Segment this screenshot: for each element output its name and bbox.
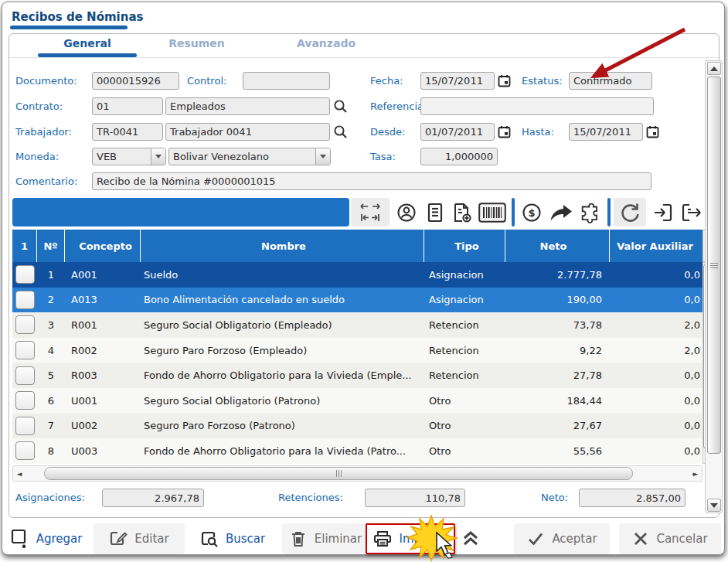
tab-general[interactable]: General <box>38 37 137 57</box>
moneda-code-select[interactable]: VEB <box>92 148 166 165</box>
trabajador-code-field[interactable]: TR-0041 <box>92 123 163 141</box>
cell-valor-auxiliar: 2,0 <box>610 319 702 331</box>
table-row[interactable]: 5 R003 Fondo de Ahorro Obligatorio para … <box>12 363 702 388</box>
row-selector[interactable] <box>15 417 35 435</box>
cell-nombre: Seguro Social Obligatorio (Empleado) <box>141 319 424 331</box>
scroll-right-icon[interactable]: ► <box>689 466 702 481</box>
cell-neto: 184,44 <box>505 395 610 407</box>
cell-numero: 6 <box>37 395 65 407</box>
aceptar-button[interactable]: Aceptar <box>514 523 610 554</box>
cell-tipo: Retencion <box>424 345 505 356</box>
row-selector[interactable] <box>15 391 35 410</box>
cell-tipo: Asignacion <box>424 269 505 281</box>
eliminar-button[interactable]: Eliminar <box>282 523 369 554</box>
cell-tipo: Otro <box>424 445 505 457</box>
agregar-label: Agregar <box>36 532 83 546</box>
table-row[interactable]: 8 U003 Fondo de Ahorro Obligatorio para … <box>12 438 702 464</box>
collapse-chevrons-icon[interactable] <box>457 523 485 554</box>
buscar-button[interactable]: Buscar <box>194 523 271 554</box>
row-selector[interactable] <box>15 341 35 359</box>
scroll-down-icon[interactable] <box>707 499 721 512</box>
hasta-label: Hasta: <box>522 126 554 138</box>
trabajador-search-icon[interactable] <box>332 123 348 140</box>
cell-neto: 2.777,78 <box>505 269 610 281</box>
cell-numero: 5 <box>37 370 65 381</box>
window-title: Recibos de Nóminas <box>12 10 143 24</box>
window-vertical-scrollbar[interactable] <box>705 60 723 513</box>
cell-valor-auxiliar: 0,0 <box>610 395 702 407</box>
tab-resumen[interactable]: Resumen <box>148 37 245 57</box>
desde-field[interactable]: 01/07/2011 <box>420 123 495 141</box>
moneda-code-dropdown-icon[interactable] <box>151 148 165 165</box>
table-row[interactable]: 7 U002 Seguro Paro Forzoso (Patrono) Otr… <box>12 414 702 439</box>
document-lines-icon[interactable] <box>421 198 449 227</box>
main-panel: General Resumen Avanzado Documento: 0000… <box>9 33 719 518</box>
desde-calendar-icon[interactable] <box>496 123 512 140</box>
fecha-calendar-icon[interactable] <box>496 72 512 89</box>
row-selector[interactable] <box>15 366 35 385</box>
import-icon[interactable] <box>649 198 677 227</box>
imprimir-button[interactable]: Imprimir <box>366 523 455 554</box>
asignaciones-field: 2.967,78 <box>102 489 204 507</box>
cancelar-button[interactable]: Cancelar <box>619 523 721 554</box>
export-icon[interactable] <box>677 198 705 227</box>
control-field[interactable] <box>243 72 330 90</box>
cell-concepto: U003 <box>65 445 141 457</box>
moneda-name-dropdown-icon[interactable] <box>315 148 330 165</box>
table-row[interactable]: 6 U001 Seguro Social Obligatorio (Patron… <box>12 388 702 414</box>
tasa-field[interactable]: 1,000000 <box>420 148 498 165</box>
col-header-selector: 1 <box>12 230 37 262</box>
editar-button[interactable]: Editar <box>94 523 185 554</box>
referencia-field[interactable] <box>420 97 654 115</box>
cell-nombre: Sueldo <box>141 269 424 281</box>
table-row[interactable]: 3 R001 Seguro Social Obligatorio (Emplea… <box>12 312 702 338</box>
refresh-icon[interactable] <box>614 198 646 227</box>
table-horizontal-scrollbar[interactable]: ◄ ► <box>12 465 702 482</box>
plugin-puzzle-icon[interactable] <box>575 198 606 227</box>
horizontal-scrollbar-thumb[interactable] <box>44 467 633 480</box>
contrato-search-icon[interactable] <box>332 97 348 114</box>
vertical-scrollbar-thumb[interactable] <box>707 77 721 454</box>
cell-valor-auxiliar: 0,0 <box>610 445 702 457</box>
send-arrow-icon[interactable] <box>546 198 577 227</box>
table-row[interactable]: 2 A013 Bono Alimentación cancelado en su… <box>12 288 702 313</box>
scroll-up-icon[interactable] <box>707 62 721 75</box>
row-selector[interactable] <box>15 265 35 284</box>
retenciones-label: Retenciones: <box>278 492 343 503</box>
imprimir-label: Imprimir <box>400 532 449 546</box>
row-selector[interactable] <box>15 441 35 460</box>
documento-field[interactable]: 0000015926 <box>92 72 179 90</box>
row-selector[interactable] <box>15 315 35 334</box>
contrato-code-field[interactable]: 01 <box>92 97 163 115</box>
moneda-name-select[interactable]: Bolivar Venezolano <box>168 148 331 165</box>
cell-numero: 2 <box>37 294 65 305</box>
agregar-button[interactable]: Agregar <box>7 523 86 554</box>
cell-nombre: Seguro Social Obligatorio (Patrono) <box>141 395 424 407</box>
table-row[interactable]: 4 R002 Seguro Paro Forzoso (Empleado) Re… <box>12 338 702 363</box>
moneda-label: Moneda: <box>15 151 59 162</box>
cancelar-label: Cancelar <box>656 532 707 546</box>
hasta-calendar-icon[interactable] <box>645 123 660 140</box>
trabajador-name-field[interactable]: Trabajador 0041 <box>165 123 330 141</box>
barcode-icon[interactable] <box>476 198 509 227</box>
contrato-name-field[interactable]: Empleados <box>165 97 330 115</box>
referencia-label: Referencia: <box>370 100 427 112</box>
fecha-field[interactable]: 15/07/2011 <box>420 72 495 90</box>
document-add-icon[interactable] <box>448 198 476 227</box>
col-header-tipo: Tipo <box>424 230 505 262</box>
row-selector[interactable] <box>15 291 35 309</box>
recibos-window: Recibos de Nóminas General Resumen Avanz… <box>2 2 725 555</box>
screenshot-root: { "window": { "title": "Recibos de Nómin… <box>0 0 728 562</box>
col-header-neto: Neto <box>505 230 610 262</box>
tab-avanzado-label: Avanzado <box>297 37 355 49</box>
scroll-left-icon[interactable]: ◄ <box>13 466 26 481</box>
currency-dollar-icon[interactable]: $ <box>518 198 546 227</box>
comentario-field[interactable]: Recibo de la Nómina #0000001015 <box>92 172 651 190</box>
tab-avanzado[interactable]: Avanzado <box>276 37 376 57</box>
record-navigation-icons[interactable] <box>351 198 390 227</box>
table-row[interactable]: 1 A001 Sueldo Asignacion 2.777,78 0,0 <box>12 262 702 288</box>
cell-valor-auxiliar: 0,0 <box>610 370 702 381</box>
eliminar-label: Eliminar <box>315 532 362 546</box>
user-icon[interactable] <box>393 198 420 227</box>
hasta-field[interactable]: 15/07/2011 <box>569 123 643 141</box>
